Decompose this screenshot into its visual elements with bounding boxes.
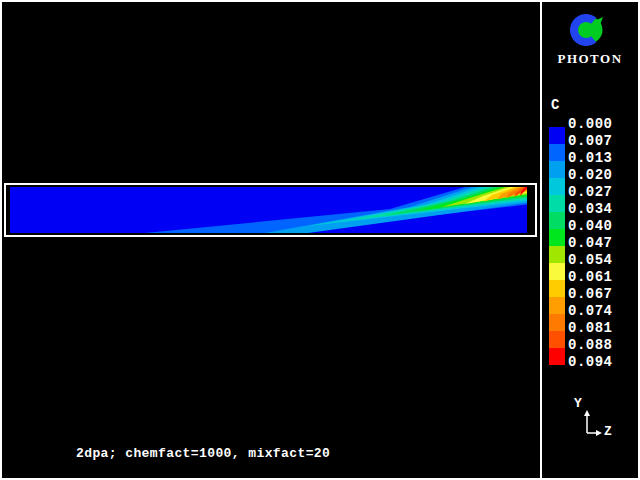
legend-level-label: 0.047	[568, 236, 613, 250]
legend-swatch	[549, 314, 565, 331]
legend-title: C	[551, 97, 559, 113]
legend-swatch	[549, 212, 565, 229]
legend-level-label: 0.040	[568, 219, 613, 233]
axis-z-label: Z	[604, 424, 612, 439]
legend-level-label: 0.054	[568, 253, 613, 267]
legend-level-label: 0.034	[568, 202, 613, 216]
photon-logo-icon	[567, 11, 607, 49]
legend-swatch	[549, 127, 565, 144]
legend-swatch	[549, 229, 565, 246]
color-legend: 0.0000.0070.0130.0200.0270.0340.0400.047…	[549, 117, 639, 383]
legend-swatch	[549, 331, 565, 348]
legend-level-label: 0.094	[568, 355, 613, 369]
legend-level-label: 0.027	[568, 185, 613, 199]
axis-indicator: Y Z	[565, 393, 625, 443]
contour-plot	[10, 187, 527, 233]
legend-level-label: 0.081	[568, 321, 613, 335]
legend-level-label: 0.007	[568, 134, 613, 148]
legend-swatch	[549, 195, 565, 212]
legend-swatch	[549, 263, 565, 280]
plot-caption: 2dpa; chemfact=1000, mixfact=20	[76, 446, 330, 461]
legend-swatch	[549, 297, 565, 314]
legend-panel-divider	[540, 0, 542, 480]
axis-y-label: Y	[574, 396, 582, 411]
legend-swatch	[549, 161, 565, 178]
photon-viewer-window: 2dpa; chemfact=1000, mixfact=20 PHOTON C…	[0, 0, 640, 480]
legend-swatch	[549, 246, 565, 263]
legend-level-label: 0.088	[568, 338, 613, 352]
legend-swatch	[549, 178, 565, 195]
app-name-label: PHOTON	[542, 51, 638, 67]
legend-level-label: 0.067	[568, 287, 613, 301]
window-border	[0, 0, 640, 480]
legend-swatch	[549, 144, 565, 161]
legend-level-label: 0.000	[568, 117, 613, 131]
legend-level-label: 0.061	[568, 270, 613, 284]
contour-plot-frame	[4, 183, 537, 237]
legend-level-label: 0.020	[568, 168, 613, 182]
legend-level-label: 0.074	[568, 304, 613, 318]
legend-swatch	[549, 280, 565, 297]
legend-level-label: 0.013	[568, 151, 613, 165]
legend-swatch	[549, 348, 565, 365]
